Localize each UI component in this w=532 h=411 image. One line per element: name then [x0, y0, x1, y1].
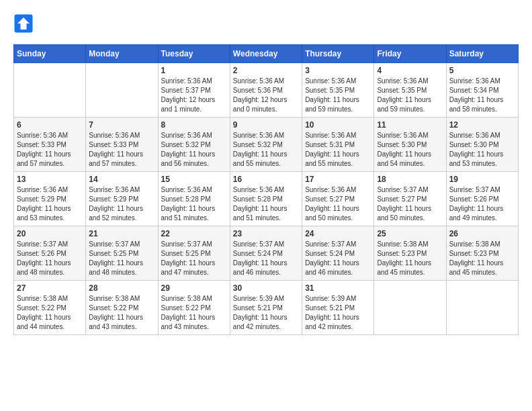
weekday-header-thursday: Thursday: [302, 45, 374, 63]
calendar-week-2: 6Sunrise: 5:36 AM Sunset: 5:33 PM Daylig…: [14, 118, 519, 172]
day-info: Sunrise: 5:36 AM Sunset: 5:28 PM Dayligh…: [233, 185, 299, 223]
calendar-cell: [86, 63, 158, 118]
calendar-cell: 18Sunrise: 5:37 AM Sunset: 5:27 PM Dayli…: [374, 172, 446, 226]
calendar-cell: 21Sunrise: 5:37 AM Sunset: 5:25 PM Dayli…: [86, 226, 158, 281]
day-number: 31: [305, 283, 371, 293]
weekday-header-sunday: Sunday: [14, 45, 86, 63]
calendar-cell: 3Sunrise: 5:36 AM Sunset: 5:35 PM Daylig…: [302, 63, 374, 118]
calendar-cell: 14Sunrise: 5:36 AM Sunset: 5:29 PM Dayli…: [86, 172, 158, 226]
day-info: Sunrise: 5:36 AM Sunset: 5:37 PM Dayligh…: [161, 77, 227, 114]
day-number: 25: [377, 229, 443, 238]
day-info: Sunrise: 5:36 AM Sunset: 5:29 PM Dayligh…: [17, 185, 83, 223]
day-number: 23: [233, 229, 299, 238]
day-number: 7: [89, 120, 154, 130]
calendar-cell: 23Sunrise: 5:37 AM Sunset: 5:24 PM Dayli…: [230, 226, 302, 281]
day-number: 1: [161, 66, 227, 75]
day-number: 10: [305, 120, 371, 130]
day-info: Sunrise: 5:37 AM Sunset: 5:27 PM Dayligh…: [377, 185, 443, 223]
day-number: 9: [233, 120, 299, 130]
calendar-cell: 25Sunrise: 5:38 AM Sunset: 5:23 PM Dayli…: [374, 226, 446, 281]
day-number: 6: [17, 120, 83, 130]
day-number: 24: [305, 229, 371, 238]
calendar-week-5: 27Sunrise: 5:38 AM Sunset: 5:22 PM Dayli…: [14, 281, 519, 335]
day-number: 17: [305, 175, 371, 184]
day-info: Sunrise: 5:36 AM Sunset: 5:32 PM Dayligh…: [161, 131, 227, 169]
weekday-header-friday: Friday: [374, 45, 446, 63]
calendar-cell: 29Sunrise: 5:38 AM Sunset: 5:22 PM Dayli…: [158, 281, 230, 335]
day-info: Sunrise: 5:38 AM Sunset: 5:22 PM Dayligh…: [89, 294, 154, 332]
day-info: Sunrise: 5:37 AM Sunset: 5:26 PM Dayligh…: [449, 185, 515, 223]
day-number: 4: [377, 66, 443, 75]
day-number: 13: [17, 175, 83, 184]
calendar-cell: 5Sunrise: 5:36 AM Sunset: 5:34 PM Daylig…: [446, 63, 518, 118]
day-info: Sunrise: 5:39 AM Sunset: 5:21 PM Dayligh…: [305, 294, 371, 332]
logo: [13, 13, 36, 34]
day-number: 18: [377, 175, 443, 184]
day-number: 30: [233, 283, 299, 293]
calendar-cell: 4Sunrise: 5:36 AM Sunset: 5:35 PM Daylig…: [374, 63, 446, 118]
day-info: Sunrise: 5:37 AM Sunset: 5:25 PM Dayligh…: [89, 240, 154, 277]
calendar-cell: 1Sunrise: 5:36 AM Sunset: 5:37 PM Daylig…: [158, 63, 230, 118]
day-info: Sunrise: 5:36 AM Sunset: 5:31 PM Dayligh…: [305, 131, 371, 169]
day-number: 26: [449, 229, 515, 238]
calendar-cell: 24Sunrise: 5:37 AM Sunset: 5:24 PM Dayli…: [302, 226, 374, 281]
day-info: Sunrise: 5:36 AM Sunset: 5:30 PM Dayligh…: [377, 131, 443, 169]
day-number: 5: [449, 66, 515, 75]
weekday-header-saturday: Saturday: [446, 45, 518, 63]
day-info: Sunrise: 5:36 AM Sunset: 5:33 PM Dayligh…: [89, 131, 154, 169]
page-header: [13, 13, 519, 34]
calendar-header: SundayMondayTuesdayWednesdayThursdayFrid…: [14, 45, 519, 63]
day-info: Sunrise: 5:39 AM Sunset: 5:21 PM Dayligh…: [233, 294, 299, 332]
calendar-week-4: 20Sunrise: 5:37 AM Sunset: 5:26 PM Dayli…: [14, 226, 519, 281]
day-number: 19: [449, 175, 515, 184]
day-info: Sunrise: 5:36 AM Sunset: 5:35 PM Dayligh…: [377, 77, 443, 114]
calendar-week-3: 13Sunrise: 5:36 AM Sunset: 5:29 PM Dayli…: [14, 172, 519, 226]
calendar-cell: [446, 281, 518, 335]
weekday-header-wednesday: Wednesday: [230, 45, 302, 63]
day-number: 22: [161, 229, 227, 238]
logo-icon: [13, 13, 34, 34]
calendar-cell: 9Sunrise: 5:36 AM Sunset: 5:32 PM Daylig…: [230, 118, 302, 172]
calendar-cell: 2Sunrise: 5:36 AM Sunset: 5:36 PM Daylig…: [230, 63, 302, 118]
calendar-body: 1Sunrise: 5:36 AM Sunset: 5:37 PM Daylig…: [14, 63, 519, 335]
calendar-cell: [374, 281, 446, 335]
calendar-cell: 20Sunrise: 5:37 AM Sunset: 5:26 PM Dayli…: [14, 226, 86, 281]
calendar-cell: 26Sunrise: 5:38 AM Sunset: 5:23 PM Dayli…: [446, 226, 518, 281]
day-info: Sunrise: 5:37 AM Sunset: 5:24 PM Dayligh…: [233, 240, 299, 277]
day-info: Sunrise: 5:36 AM Sunset: 5:29 PM Dayligh…: [89, 185, 154, 223]
calendar-cell: 10Sunrise: 5:36 AM Sunset: 5:31 PM Dayli…: [302, 118, 374, 172]
day-info: Sunrise: 5:38 AM Sunset: 5:23 PM Dayligh…: [449, 240, 515, 277]
calendar-cell: 17Sunrise: 5:36 AM Sunset: 5:27 PM Dayli…: [302, 172, 374, 226]
calendar-week-1: 1Sunrise: 5:36 AM Sunset: 5:37 PM Daylig…: [14, 63, 519, 118]
day-number: 15: [161, 175, 227, 184]
calendar-cell: 16Sunrise: 5:36 AM Sunset: 5:28 PM Dayli…: [230, 172, 302, 226]
day-number: 28: [89, 283, 154, 293]
day-number: 27: [17, 283, 83, 293]
day-info: Sunrise: 5:36 AM Sunset: 5:33 PM Dayligh…: [17, 131, 83, 169]
calendar-cell: [14, 63, 86, 118]
day-number: 3: [305, 66, 371, 75]
calendar-table: SundayMondayTuesdayWednesdayThursdayFrid…: [13, 44, 519, 335]
day-number: 2: [233, 66, 299, 75]
day-info: Sunrise: 5:37 AM Sunset: 5:24 PM Dayligh…: [305, 240, 371, 277]
day-info: Sunrise: 5:38 AM Sunset: 5:22 PM Dayligh…: [17, 294, 83, 332]
day-info: Sunrise: 5:36 AM Sunset: 5:30 PM Dayligh…: [449, 131, 515, 169]
day-info: Sunrise: 5:37 AM Sunset: 5:26 PM Dayligh…: [17, 240, 83, 277]
day-number: 29: [161, 283, 227, 293]
day-number: 14: [89, 175, 154, 184]
day-info: Sunrise: 5:36 AM Sunset: 5:35 PM Dayligh…: [305, 77, 371, 114]
calendar-cell: 6Sunrise: 5:36 AM Sunset: 5:33 PM Daylig…: [14, 118, 86, 172]
day-info: Sunrise: 5:36 AM Sunset: 5:27 PM Dayligh…: [305, 185, 371, 223]
calendar-cell: 11Sunrise: 5:36 AM Sunset: 5:30 PM Dayli…: [374, 118, 446, 172]
day-info: Sunrise: 5:38 AM Sunset: 5:23 PM Dayligh…: [377, 240, 443, 277]
day-info: Sunrise: 5:36 AM Sunset: 5:28 PM Dayligh…: [161, 185, 227, 223]
day-number: 16: [233, 175, 299, 184]
calendar-cell: 19Sunrise: 5:37 AM Sunset: 5:26 PM Dayli…: [446, 172, 518, 226]
day-number: 21: [89, 229, 154, 238]
calendar-cell: 30Sunrise: 5:39 AM Sunset: 5:21 PM Dayli…: [230, 281, 302, 335]
weekday-header-tuesday: Tuesday: [158, 45, 230, 63]
day-number: 12: [449, 120, 515, 130]
calendar-cell: 27Sunrise: 5:38 AM Sunset: 5:22 PM Dayli…: [14, 281, 86, 335]
header-row: SundayMondayTuesdayWednesdayThursdayFrid…: [14, 45, 519, 63]
calendar-cell: 8Sunrise: 5:36 AM Sunset: 5:32 PM Daylig…: [158, 118, 230, 172]
